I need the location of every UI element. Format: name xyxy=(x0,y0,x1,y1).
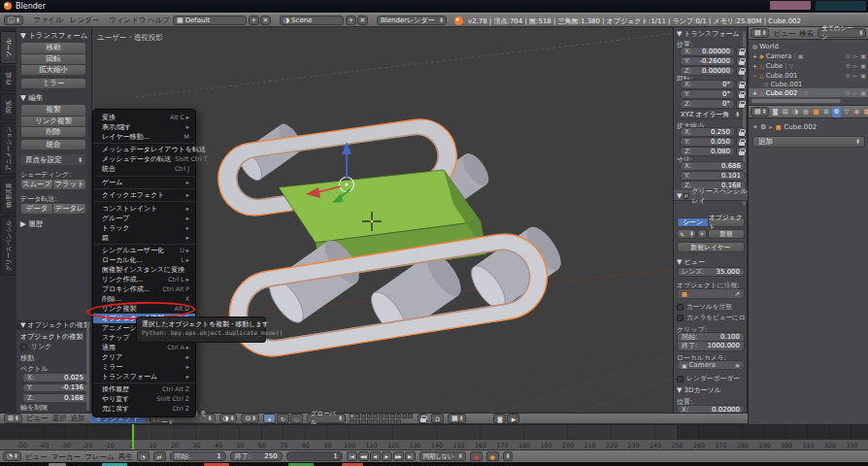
viewport-menu-select[interactable]: 選択 xyxy=(52,414,67,423)
menu-item-19[interactable]: リンク複製Alt D xyxy=(93,304,195,314)
material-tab[interactable]: ◉ xyxy=(852,107,861,117)
shelf-tab-1[interactable]: ツール xyxy=(0,31,16,64)
delete-button[interactable]: 削除 xyxy=(20,126,86,138)
outliner-row-cube.001[interactable]: ▽Cube.001 xyxy=(749,80,868,88)
lock-icon[interactable] xyxy=(736,47,746,56)
transfer-data-layout-button[interactable]: データレ xyxy=(53,203,86,215)
menu-item-11[interactable]: トラック▸ xyxy=(93,223,195,233)
menu-item-15[interactable]: 面複製インスタンスに変換 xyxy=(93,265,195,275)
outliner-item-name[interactable]: World xyxy=(759,43,778,50)
menu-render[interactable]: レンダー xyxy=(70,14,100,26)
menu-item-29[interactable]: 元に戻すCtrl Z xyxy=(93,404,195,414)
layer-cell-7[interactable] xyxy=(384,414,389,418)
outliner-row-cube.001[interactable]: −△Cube.001⊙▻▣ xyxy=(749,71,868,80)
lock-icon[interactable] xyxy=(736,56,746,66)
scale-button[interactable]: 拡大縮小 xyxy=(20,64,86,76)
menu-file[interactable]: ファイル xyxy=(33,14,63,26)
keying-set-dropdown[interactable]: ▲▼ xyxy=(503,451,514,461)
viewport-editor-selector[interactable]: ⊞▲▼ xyxy=(4,414,22,423)
frame-end-field[interactable]: 終了: 250 xyxy=(230,451,283,461)
timeline-menu-frame[interactable]: フレーム xyxy=(84,450,115,463)
move-button[interactable]: 移動 xyxy=(20,42,86,53)
edit-panel-header[interactable]: ▼ 編集 xyxy=(20,93,43,103)
jump-to-start-button[interactable]: |◀ xyxy=(347,451,357,461)
timeline-menu-view[interactable]: ビュー xyxy=(25,450,48,463)
gp-object-button[interactable]: オブジェクト xyxy=(709,217,745,227)
lock-to-scene-icon[interactable] xyxy=(417,414,427,423)
set-origin-dropdown[interactable]: 原点を設定▲▼ xyxy=(20,153,86,166)
shelf-tab-2[interactable]: 作成 xyxy=(0,66,16,91)
scene-selector[interactable]: ◑ Scene xyxy=(280,16,344,25)
scene-tab[interactable]: ◑ xyxy=(791,107,800,117)
eye-toggle-icon[interactable]: ⊙ xyxy=(846,62,851,69)
prev-keyframe-button[interactable]: ◀◀ xyxy=(358,451,369,461)
lock-icon[interactable] xyxy=(736,66,746,76)
render-layers-tab[interactable]: ▤ xyxy=(781,107,789,117)
menu-item-14[interactable]: ローカル化...L ▸ xyxy=(93,255,195,265)
pivot-dropdown[interactable]: ⊙▲▼ xyxy=(241,414,259,423)
outliner-row-cube.002[interactable]: +△Cube.002|▽⊙▻▣ xyxy=(749,88,868,97)
gp-scene-button[interactable]: シーン xyxy=(677,217,709,227)
layout-add-button[interactable]: + xyxy=(249,16,259,25)
modifiers-tab[interactable]: ⚙ xyxy=(832,107,841,117)
grease-pencil-header[interactable]: ▼ ✓ グリースペンシルレイ xyxy=(674,190,749,201)
transfer-data-button[interactable]: データ xyxy=(20,203,53,215)
menu-item-23[interactable]: 適用Ctrl A ▸ xyxy=(93,343,195,352)
lock-icon[interactable] xyxy=(736,80,746,89)
menu-item-28[interactable]: やり直すShift Ctrl Z xyxy=(93,394,195,404)
play-reverse-button[interactable]: ◀ xyxy=(370,451,381,461)
lock-icon[interactable] xyxy=(736,89,746,99)
menu-item-9[interactable]: コンストレイント▸ xyxy=(93,204,195,214)
layer-cell-10[interactable] xyxy=(402,414,407,418)
select-toggle-icon[interactable]: ▻ xyxy=(853,89,858,96)
layer-cell-5[interactable] xyxy=(373,414,378,418)
shelf-tab-6[interactable]: グリースペンシル xyxy=(0,216,16,276)
value-field[interactable]: X:0.686 xyxy=(680,161,746,171)
local-camera-field[interactable]: ▣ Camera ✕ xyxy=(677,360,745,370)
taskbar-item[interactable] xyxy=(342,463,363,466)
taskbar-item[interactable] xyxy=(288,463,314,466)
transform-panel-header[interactable]: ▼ トランスフォーム xyxy=(20,31,87,41)
expander-icon[interactable]: + xyxy=(752,52,757,59)
gp-add-button[interactable]: + xyxy=(697,229,707,239)
next-keyframe-button[interactable]: ▶▶ xyxy=(393,451,404,461)
join-button[interactable]: 統合 xyxy=(20,139,86,150)
menu-window[interactable]: ウィンドウ xyxy=(109,14,146,26)
value-field[interactable]: Y:0.050 xyxy=(680,137,735,147)
shade-flat-button[interactable]: フラット xyxy=(53,179,86,190)
eye-toggle-icon[interactable]: ⊙ xyxy=(846,89,851,96)
render-toggle-icon[interactable]: ▣ xyxy=(860,89,866,96)
manipulator-translate-button[interactable]: + xyxy=(263,414,276,423)
expander-icon[interactable]: − xyxy=(752,72,757,79)
snap-element-dropdown[interactable]: ▦▲▼ xyxy=(448,414,466,423)
timeline-track[interactable] xyxy=(0,424,868,439)
lock-icon[interactable] xyxy=(736,137,746,147)
value-field[interactable]: Y:-0.26000 xyxy=(680,56,735,66)
menu-item-2[interactable]: 表示/隠す▸ xyxy=(93,122,195,132)
taskbar-item[interactable] xyxy=(102,463,127,466)
layer-cell-15[interactable] xyxy=(367,419,372,424)
opengl-render-anim-button[interactable]: ▶ xyxy=(507,414,519,423)
object-tab[interactable]: ■ xyxy=(812,107,820,117)
outliner-item-name[interactable]: Cube.001 xyxy=(771,81,803,88)
eye-toggle-icon[interactable]: ⊙ xyxy=(846,52,851,59)
timeline-menu-playback[interactable]: 再生 xyxy=(118,450,133,463)
outliner-menu-search[interactable]: 検索 xyxy=(799,27,814,40)
eyedropper-icon[interactable]: ↗ xyxy=(735,290,740,298)
menu-item-25[interactable]: ミラー▸ xyxy=(93,362,195,372)
duplicate-linked-button[interactable]: リンク複製 xyxy=(20,116,86,127)
clear-camera-icon[interactable]: ✕ xyxy=(735,362,740,369)
shelf-scrollbar[interactable] xyxy=(86,321,89,411)
value-field[interactable]: Y:0.101 xyxy=(680,171,746,181)
render-toggle-icon[interactable]: ▣ xyxy=(860,72,866,79)
scene-delete-button[interactable]: ✕ xyxy=(357,16,368,25)
viewport-menu-add[interactable]: 追加 xyxy=(71,414,85,423)
mirror-button[interactable]: ミラー xyxy=(20,78,86,89)
lock-cursor-row[interactable]: カーソルを注視 xyxy=(677,303,732,312)
menu-item-6[interactable]: 統合Ctrl J xyxy=(93,164,195,174)
clip-end-field[interactable]: 終了: 1000.000 xyxy=(677,342,745,351)
timeline-ruler[interactable]: -50-40-30-20-100102030405060708090100110… xyxy=(0,439,868,449)
lens-field[interactable]: レンズ: 35.000 xyxy=(677,267,745,277)
preview-range-toggle[interactable]: ◔ xyxy=(137,451,150,461)
menu-item-10[interactable]: グループ▸ xyxy=(93,214,195,223)
